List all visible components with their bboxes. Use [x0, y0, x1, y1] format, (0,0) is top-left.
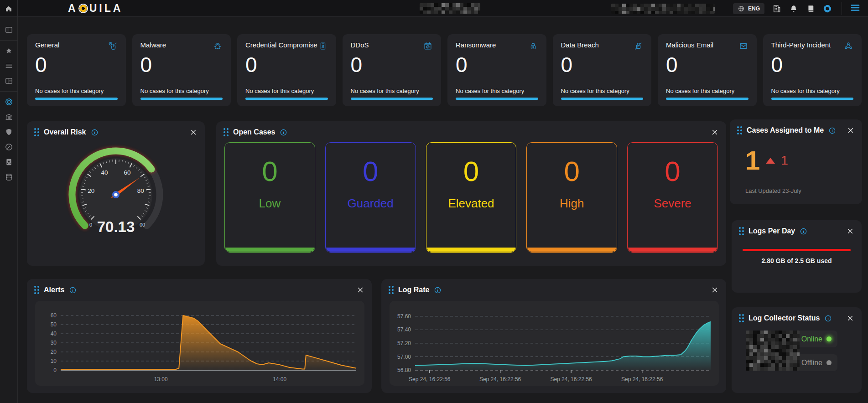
open-cases-count: 0	[564, 157, 580, 186]
database-icon	[5, 173, 13, 181]
svg-text:14:00: 14:00	[273, 376, 286, 382]
drag-handle-icon[interactable]	[739, 227, 744, 235]
info-icon[interactable]	[824, 315, 832, 322]
sidebar-item-security-shield[interactable]	[0, 124, 18, 140]
sidebar-item-favorites[interactable]	[0, 43, 18, 58]
close-button[interactable]	[189, 128, 198, 136]
info-icon[interactable]	[91, 129, 99, 136]
bug-icon	[213, 41, 223, 51]
category-card-credential-compromise[interactable]: Credential Compromise0No cases for this …	[237, 34, 336, 106]
card-accent-bar	[245, 98, 328, 100]
close-button[interactable]	[846, 314, 854, 322]
hamburger-menu-icon[interactable]	[850, 2, 861, 13]
svg-text:57.60: 57.60	[397, 313, 411, 320]
nav-home-button[interactable]	[0, 0, 18, 17]
card-accent-bar	[561, 98, 644, 100]
logo-eye-icon	[78, 4, 88, 13]
sidebar-item-menu-list[interactable]	[0, 58, 18, 73]
apps-building-icon[interactable]	[772, 4, 781, 13]
svg-text:56.80: 56.80	[397, 367, 411, 373]
open-cases-box-low[interactable]: 0Low	[224, 142, 315, 253]
app-root: AUILA ENG General0No cases for this cate…	[0, 0, 868, 403]
open-cases-label: High	[560, 196, 584, 211]
svg-text:Sep 24, 16:22:56: Sep 24, 16:22:56	[621, 376, 663, 382]
category-card-general[interactable]: General0No cases for this category	[27, 34, 126, 106]
calendarslash-icon	[423, 41, 433, 51]
open-cases-count: 0	[665, 157, 680, 186]
widget-title: Log Rate	[398, 286, 429, 294]
open-cases-boxes: 0Low0Guarded0Elevated0High0Severe	[216, 142, 726, 253]
compass-icon	[5, 143, 13, 151]
category-card-malicious-email[interactable]: Malicious Email0No cases for this catego…	[658, 34, 757, 106]
info-icon[interactable]	[434, 286, 442, 294]
support-lifebuoy-icon[interactable]	[823, 4, 832, 13]
open-cases-count: 0	[463, 157, 479, 186]
card-note: No cases for this category	[351, 88, 433, 94]
close-button[interactable]	[356, 286, 364, 294]
sidebar-item-table-view[interactable]	[0, 73, 18, 88]
person-icon	[5, 158, 13, 166]
notifications-bell-icon[interactable]	[789, 4, 798, 13]
open-cases-box-high[interactable]: 0High	[526, 142, 617, 253]
cases-assigned-content: 1 1	[730, 139, 862, 174]
drag-handle-icon[interactable]	[739, 314, 744, 322]
last-updated-text: Last Updated 23-July	[745, 187, 801, 194]
alerts-widget: Alerts 010203040506013:0014:00	[27, 279, 372, 393]
sidebar-item-database[interactable]	[0, 170, 18, 185]
network-icon	[843, 41, 853, 51]
sidebar-item-threat-radar[interactable]	[0, 94, 18, 109]
logs-usage-text: 2.80 GB of 2.5 GB used	[732, 257, 862, 264]
svg-text:20: 20	[51, 349, 57, 355]
close-button[interactable]	[711, 128, 719, 136]
globe-icon	[738, 5, 745, 12]
svg-text:50: 50	[51, 321, 57, 328]
open-cases-box-elevated[interactable]: 0Elevated	[426, 142, 517, 253]
open-cases-box-severe[interactable]: 0Severe	[627, 142, 718, 253]
card-count: 0	[561, 54, 644, 75]
close-button[interactable]	[847, 126, 855, 134]
general-icon	[108, 41, 118, 51]
overall-risk-gauge: 20406080070.1300	[47, 141, 184, 253]
category-card-data-breach[interactable]: Data Breach0No cases for this category	[553, 34, 652, 106]
sidebar-item-institution[interactable]	[0, 109, 18, 124]
open-cases-label: Low	[259, 196, 281, 211]
svg-text:20: 20	[88, 187, 94, 194]
category-card-malware[interactable]: Malware0No cases for this category	[132, 34, 231, 106]
drag-handle-icon[interactable]	[34, 286, 39, 294]
lockperson-icon	[528, 41, 538, 51]
collector-status-dot-icon	[826, 360, 832, 365]
info-icon[interactable]	[828, 127, 836, 134]
sidebar-item-identity[interactable]	[0, 155, 18, 170]
info-icon[interactable]	[69, 286, 77, 294]
language-label: ENG	[748, 5, 760, 12]
drag-handle-icon[interactable]	[737, 126, 742, 134]
info-icon[interactable]	[280, 129, 287, 136]
envelope-icon	[738, 41, 748, 51]
category-card-third-party-incident[interactable]: Third-Party Incident0No cases for this c…	[763, 34, 862, 106]
sidebar-item-panel-view[interactable]	[0, 22, 18, 37]
cases-assigned-widget: Cases Assigned to Me 1 1 Last Updated 23…	[730, 119, 862, 204]
open-cases-bottom-bar	[225, 248, 314, 252]
open-cases-label: Guarded	[348, 196, 394, 211]
category-card-ransomware[interactable]: Ransomware0No cases for this category	[447, 34, 546, 106]
top-navbar: AUILA ENG	[0, 0, 868, 17]
list-icon	[5, 62, 13, 70]
card-top: Malware	[140, 41, 223, 51]
drag-handle-icon[interactable]	[389, 286, 394, 294]
drag-handle-icon[interactable]	[223, 128, 229, 136]
card-top: Ransomware	[456, 41, 538, 51]
info-icon[interactable]	[800, 227, 807, 235]
close-button[interactable]	[711, 286, 719, 294]
svg-text:13:00: 13:00	[154, 376, 168, 382]
open-cases-box-guarded[interactable]: 0Guarded	[325, 142, 416, 253]
close-button[interactable]	[846, 227, 854, 235]
card-accent-bar	[35, 98, 118, 100]
bank-icon	[5, 113, 13, 121]
docs-book-icon[interactable]	[806, 4, 815, 13]
sidebar-item-monitoring[interactable]	[0, 140, 18, 155]
drag-handle-icon[interactable]	[34, 128, 39, 136]
svg-text:00: 00	[140, 222, 145, 227]
svg-text:57.20: 57.20	[397, 340, 411, 346]
category-card-ddos[interactable]: DDoS0No cases for this category	[343, 34, 442, 106]
language-selector[interactable]: ENG	[733, 3, 764, 14]
